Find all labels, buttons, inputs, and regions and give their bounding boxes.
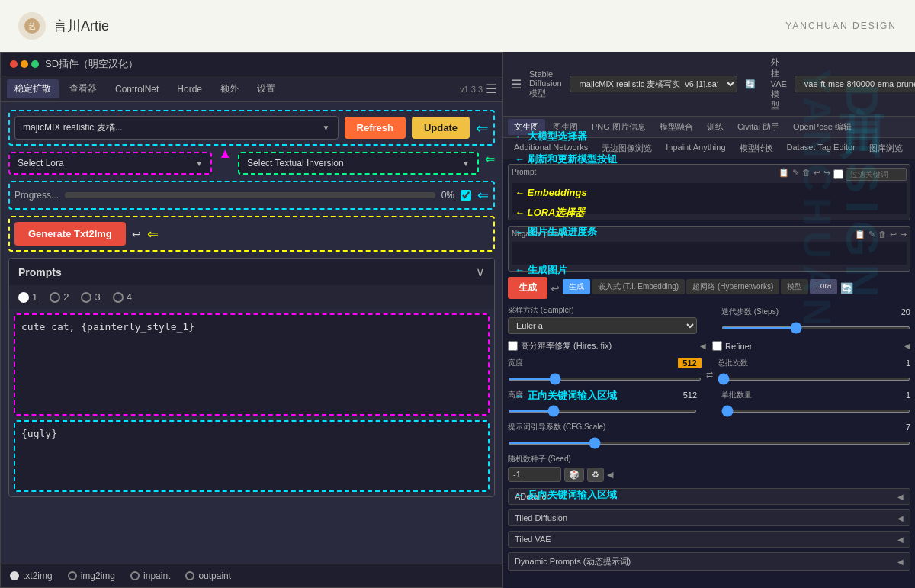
refiner-arrow-icon[interactable]: ◀	[904, 342, 910, 350]
tab-stable-diffusion[interactable]: 稳定扩散	[7, 79, 59, 98]
sd-tab-train[interactable]: 训练	[701, 119, 730, 135]
sd-main-tabs: 文生图 图生图 PNG 图片信息 模型融合 训练 Civitai 助手 Open…	[503, 117, 915, 138]
gen-tab-model[interactable]: 模型	[781, 279, 808, 294]
prompt-tab-2[interactable]: 2	[50, 291, 69, 303]
prompt-icon-1[interactable]: 📋	[779, 168, 789, 181]
prompt-toolbar-label: Prompt	[512, 168, 536, 181]
neg-icon-3[interactable]: 🗑	[878, 230, 887, 239]
radio-4-icon	[113, 292, 124, 303]
update-button[interactable]: Update	[412, 117, 470, 139]
gen-action-row: 生成 ↩ 生成 嵌入式 (T.I. Embedding) 超网络 (Hypern…	[508, 277, 910, 299]
dynamic-prompts-row[interactable]: Dynamic Prompts (动态提示词) ◀	[508, 552, 910, 571]
generate-button[interactable]: Generate Txt2Img	[14, 222, 126, 246]
lora-dropdown[interactable]: Select Lora ▼	[8, 152, 212, 175]
seed-random-button[interactable]: 🎲	[564, 468, 584, 482]
gen-tab-lora[interactable]: Lora	[810, 279, 837, 294]
sd-extra-tab-browse[interactable]: 无边图像浏览	[596, 140, 658, 156]
batch-value: 1	[906, 390, 910, 400]
gen-tab-hypernetwork[interactable]: 超网络 (Hypernetworks)	[686, 279, 779, 294]
tab-controlnet[interactable]: ControlNet	[108, 81, 166, 98]
tab-settings[interactable]: 设置	[249, 79, 283, 98]
hires-arrow-icon[interactable]: ◀	[700, 342, 706, 350]
refresh-button[interactable]: Refresh	[345, 117, 406, 139]
neg-icon-4[interactable]: ↩	[890, 230, 897, 239]
sd-tab-png-info[interactable]: PNG 图片信息	[586, 119, 652, 135]
lora-refresh-icon[interactable]: 🔄	[840, 282, 853, 294]
model-dropdown[interactable]: majicMIX realistic 麦橘... ▼	[14, 116, 339, 140]
gen-tab-embedding[interactable]: 嵌入式 (T.I. Embedding)	[592, 279, 685, 294]
maximize-dot[interactable]	[31, 60, 39, 68]
prompt-icon-3[interactable]: 🗑	[802, 168, 811, 181]
mode-inpaint[interactable]: inpaint	[130, 570, 170, 581]
neg-icon-2[interactable]: ✎	[868, 230, 875, 239]
mode-outpaint[interactable]: outpaint	[185, 570, 231, 581]
reverse-icon[interactable]: ↩	[132, 228, 141, 240]
close-dot[interactable]	[10, 60, 18, 68]
sd-extra-tab-dataset[interactable]: Dataset Tag Editor	[781, 140, 862, 156]
filter-input[interactable]	[846, 168, 907, 181]
steps-slider[interactable]	[721, 326, 910, 329]
sd-tab-txt2img[interactable]: 文生图	[508, 119, 545, 135]
prompt-tab-3[interactable]: 3	[81, 291, 100, 303]
sd-extra-tab-networks[interactable]: Additional Networks	[508, 140, 594, 156]
refiner-checkbox[interactable]	[712, 341, 722, 351]
prompt-tab-1[interactable]: 1	[18, 291, 37, 303]
sd-tab-img2img[interactable]: 图生图	[547, 119, 584, 135]
brand-name: 言川Artie	[53, 17, 109, 35]
seed-recycle-button[interactable]: ♻	[587, 468, 604, 482]
prompt-tab-label-2: 2	[63, 291, 69, 303]
sd-negative-prompt-input[interactable]	[512, 242, 907, 265]
tab-horde[interactable]: Horde	[169, 81, 210, 98]
sd-tab-model-merge[interactable]: 模型融合	[653, 119, 699, 135]
hires-checkbox[interactable]	[508, 341, 518, 351]
minimize-dot[interactable]	[21, 60, 28, 68]
seed-input[interactable]	[508, 467, 561, 482]
prompt-icon-5[interactable]: ↪	[824, 168, 830, 181]
total-count-slider[interactable]	[718, 378, 911, 381]
prompt-icon-2[interactable]: ✎	[792, 168, 799, 181]
prompt-icon-4[interactable]: ↩	[814, 168, 820, 181]
model-chevron-icon: ▼	[323, 124, 330, 132]
sd-model-label: Stable Diffusion 模型	[529, 69, 562, 99]
cfg-slider[interactable]	[508, 442, 910, 445]
seed-label: 随机数种子 (Seed)	[508, 454, 910, 464]
sd-vae-select[interactable]: vae-ft-mse-840000-ema-pruned.safetensors	[795, 76, 915, 92]
sd-model-select[interactable]: majicMIX realistic 麦橘写实_v6 [1].safetenso…	[570, 76, 737, 92]
sd-menu-icon[interactable]: ☰	[511, 77, 522, 92]
progress-checkbox[interactable]	[461, 190, 471, 201]
dimension-swap-icon[interactable]: ⇄	[706, 358, 713, 384]
positive-prompt-input[interactable]: cute cat, {painterly_style_1}	[21, 321, 482, 405]
sampler-select[interactable]: Euler a	[508, 317, 697, 334]
textual-dropdown[interactable]: Select Textual Inversion ▼	[238, 152, 479, 175]
height-slider[interactable]	[508, 410, 697, 413]
progress-row: Progress... 0% ⇐	[8, 181, 495, 210]
tiled-vae-row[interactable]: Tiled VAE ◀	[508, 531, 910, 548]
prompts-header[interactable]: Prompts ∨	[9, 259, 494, 285]
sd-model-arrow-icon[interactable]: 🔄	[745, 79, 756, 89]
filter-checkbox[interactable]	[833, 169, 843, 179]
sd-tab-openpose[interactable]: OpenPose 编辑	[787, 119, 858, 135]
batch-slider[interactable]	[721, 410, 910, 413]
tab-viewer[interactable]: 查看器	[62, 79, 104, 98]
tab-extra[interactable]: 额外	[213, 79, 246, 98]
neg-icon-5[interactable]: ↪	[900, 230, 907, 239]
mode-img2img[interactable]: img2img	[68, 570, 115, 581]
sd-positive-prompt-input[interactable]	[512, 183, 907, 214]
sd-extra-tab-convert[interactable]: 模型转换	[734, 140, 779, 156]
sd-generate-button[interactable]: 生成	[508, 277, 547, 299]
adetailer-row[interactable]: ADetailer ◀	[508, 488, 910, 505]
neg-icon-1[interactable]: 📋	[855, 230, 865, 239]
mode-txt2img[interactable]: txt2img	[10, 570, 53, 581]
width-slider[interactable]	[508, 378, 702, 381]
gen-tab-generate[interactable]: 生成	[563, 279, 590, 294]
mode-inpaint-label: inpaint	[143, 570, 170, 581]
negative-prompt-input[interactable]: {ugly}	[21, 428, 482, 481]
prompt-tab-4[interactable]: 4	[113, 291, 132, 303]
sd-extra-tab-gallery[interactable]: 图库浏览	[863, 140, 909, 156]
sd-tab-civitai[interactable]: Civitai 助手	[731, 119, 785, 135]
seed-extra-icon[interactable]: ◀	[607, 470, 613, 480]
sd-interrupt-icon[interactable]: ↩	[551, 282, 560, 294]
tiled-diffusion-row[interactable]: Tiled Diffusion ◀	[508, 509, 910, 526]
sd-extra-tab-inpaint[interactable]: Inpaint Anything	[660, 140, 731, 156]
hamburger-icon[interactable]: ☰	[486, 82, 496, 96]
